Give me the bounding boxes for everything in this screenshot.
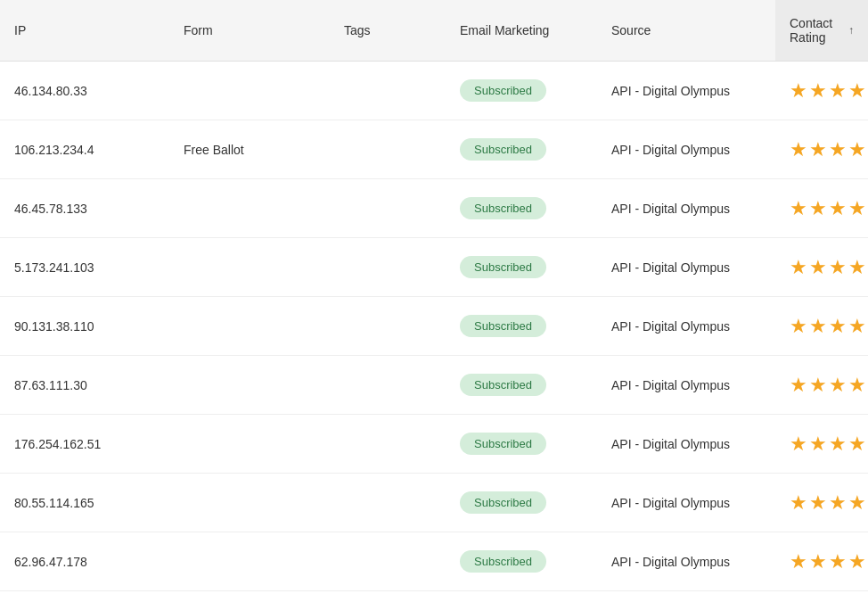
cell-form: [169, 238, 330, 296]
star-filled: ★: [848, 317, 866, 336]
cell-contact-rating: ★★★★★: [775, 532, 868, 590]
star-filled: ★: [829, 258, 847, 277]
cell-email-marketing: Subscribed: [446, 62, 597, 120]
cell-form: [169, 532, 330, 590]
star-filled: ★: [790, 199, 807, 219]
table-row[interactable]: 46.134.80.33SubscribedAPI - Digital Olym…: [0, 62, 868, 120]
star-filled: ★: [809, 199, 827, 219]
cell-ip: 62.96.47.178: [0, 532, 169, 590]
cell-tags: [330, 474, 446, 532]
cell-email-marketing: Subscribed: [446, 179, 597, 237]
col-header-contact-rating[interactable]: Contact Rating ↑: [775, 0, 868, 61]
cell-form: [169, 297, 330, 355]
star-filled: ★: [809, 317, 827, 336]
star-filled: ★: [790, 81, 807, 101]
subscribed-badge: Subscribed: [460, 197, 546, 219]
cell-tags: [330, 415, 446, 473]
star-filled: ★: [848, 81, 866, 101]
star-filled: ★: [848, 493, 866, 513]
subscribed-badge: Subscribed: [460, 256, 546, 278]
table-header: IP Form Tags Email Marketing Source Cont…: [0, 0, 868, 62]
star-filled: ★: [829, 199, 847, 219]
cell-form: [169, 474, 330, 532]
star-filled: ★: [848, 199, 866, 219]
cell-email-marketing: Subscribed: [446, 474, 597, 532]
star-rating: ★★★★★: [790, 258, 868, 277]
star-filled: ★: [790, 434, 807, 454]
cell-source: API - Digital Olympus: [597, 238, 775, 296]
star-filled: ★: [848, 552, 866, 572]
cell-ip: 46.134.80.33: [0, 62, 169, 120]
cell-email-marketing: Subscribed: [446, 356, 597, 414]
star-rating: ★★★★★: [790, 81, 868, 101]
col-header-ip[interactable]: IP: [0, 0, 169, 61]
star-rating: ★★★★★: [790, 140, 868, 160]
subscribed-badge: Subscribed: [460, 138, 546, 161]
cell-tags: [330, 62, 446, 120]
table-row[interactable]: 46.45.78.133SubscribedAPI - Digital Olym…: [0, 179, 868, 238]
star-rating: ★★★★★: [790, 434, 868, 454]
cell-contact-rating: ★★★★★: [775, 356, 868, 414]
subscribed-badge: Subscribed: [460, 79, 546, 102]
col-header-contact-rating-label: Contact Rating: [790, 16, 843, 45]
subscribed-badge: Subscribed: [460, 374, 546, 396]
cell-contact-rating: ★★★★★: [775, 179, 868, 237]
cell-ip: 5.173.241.103: [0, 238, 169, 296]
star-filled: ★: [829, 552, 847, 572]
table-row[interactable]: 5.173.241.103SubscribedAPI - Digital Oly…: [0, 238, 868, 297]
star-filled: ★: [809, 493, 827, 513]
star-filled: ★: [829, 375, 847, 395]
star-filled: ★: [790, 317, 807, 336]
star-filled: ★: [848, 375, 866, 395]
subscribed-badge: Subscribed: [460, 491, 546, 514]
table-row[interactable]: 185.75.1.34SubscribedAPI - Digital Olymp…: [0, 591, 868, 602]
cell-contact-rating: ★★★★★: [775, 297, 868, 355]
star-filled: ★: [829, 140, 847, 160]
cell-form: [169, 415, 330, 473]
col-header-tags[interactable]: Tags: [330, 0, 446, 61]
cell-tags: [330, 297, 446, 355]
cell-form: [169, 356, 330, 414]
cell-tags: [330, 120, 446, 178]
star-filled: ★: [829, 493, 847, 513]
col-header-form[interactable]: Form: [169, 0, 330, 61]
cell-ip: 46.45.78.133: [0, 179, 169, 237]
star-filled: ★: [848, 258, 866, 277]
col-header-source[interactable]: Source: [597, 0, 775, 61]
cell-source: API - Digital Olympus: [597, 415, 775, 473]
star-filled: ★: [790, 375, 807, 395]
cell-contact-rating: ★★★★★: [775, 238, 868, 296]
cell-form: [169, 62, 330, 120]
cell-ip: 106.213.234.4: [0, 120, 169, 178]
table-row[interactable]: 176.254.162.51SubscribedAPI - Digital Ol…: [0, 415, 868, 474]
table-row[interactable]: 62.96.47.178SubscribedAPI - Digital Olym…: [0, 532, 868, 591]
cell-ip: 87.63.111.30: [0, 356, 169, 414]
subscribed-badge: Subscribed: [460, 315, 546, 337]
table-row[interactable]: 80.55.114.165SubscribedAPI - Digital Oly…: [0, 474, 868, 532]
table-row[interactable]: 90.131.38.110SubscribedAPI - Digital Oly…: [0, 297, 868, 356]
star-filled: ★: [809, 258, 827, 277]
cell-source: API - Digital Olympus: [597, 62, 775, 120]
subscribed-badge: Subscribed: [460, 550, 546, 573]
col-header-source-label: Source: [611, 23, 651, 37]
col-header-email-marketing-label: Email Marketing: [460, 23, 549, 37]
cell-email-marketing: Subscribed: [446, 532, 597, 590]
cell-ip: 185.75.1.34: [0, 591, 169, 602]
star-filled: ★: [790, 140, 807, 160]
star-filled: ★: [790, 258, 807, 277]
cell-contact-rating: ★★★★★: [775, 415, 868, 473]
table-row[interactable]: 106.213.234.4Free BallotSubscribedAPI - …: [0, 120, 868, 179]
star-filled: ★: [809, 81, 827, 101]
star-filled: ★: [829, 317, 847, 336]
cell-contact-rating: ★★★★★: [775, 62, 868, 120]
star-rating: ★★★★★: [790, 317, 868, 336]
star-rating: ★★★★★: [790, 199, 868, 219]
cell-source: API - Digital Olympus: [597, 356, 775, 414]
table-row[interactable]: 87.63.111.30SubscribedAPI - Digital Olym…: [0, 356, 868, 415]
star-filled: ★: [829, 434, 847, 454]
col-header-email-marketing[interactable]: Email Marketing: [446, 0, 597, 61]
cell-tags: [330, 238, 446, 296]
sort-ascending-icon: ↑: [848, 24, 854, 37]
star-filled: ★: [809, 434, 827, 454]
cell-tags: [330, 532, 446, 590]
